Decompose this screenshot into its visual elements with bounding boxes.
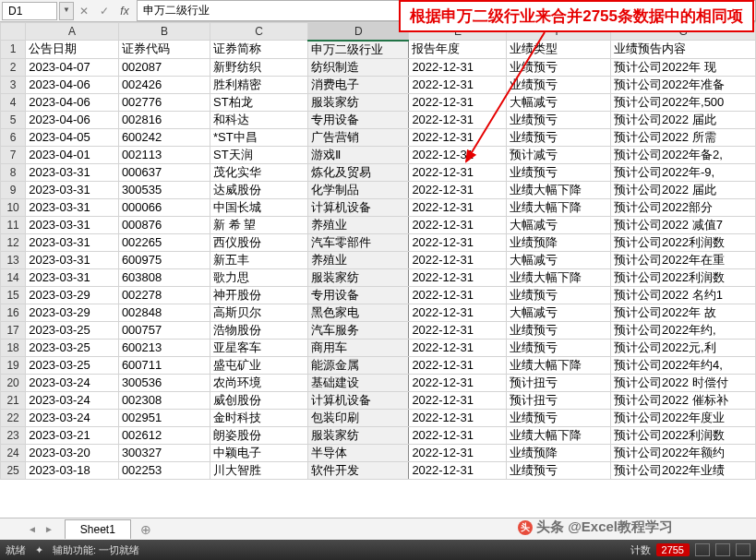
cell[interactable]: 半导体 xyxy=(308,444,409,461)
cell[interactable]: 002776 xyxy=(118,93,210,111)
row-header[interactable]: 8 xyxy=(1,163,26,181)
cell[interactable]: 000757 xyxy=(118,321,210,339)
cell[interactable]: 农尚环境 xyxy=(210,374,308,391)
cell[interactable]: 茂化实华 xyxy=(210,163,308,181)
cell[interactable]: 2022-12-31 xyxy=(409,391,507,409)
row-header[interactable]: 17 xyxy=(1,321,26,339)
cell[interactable]: 预计公司2022利润数 xyxy=(611,268,756,286)
cell[interactable]: 业绩预亏 xyxy=(507,409,611,426)
cell[interactable]: 2023-03-25 xyxy=(26,339,119,356)
cell[interactable]: 纺织制造 xyxy=(308,58,409,76)
sheet-tab[interactable]: Sheet1 xyxy=(65,519,131,539)
cell[interactable]: 预计公司2022 名约1 xyxy=(611,286,756,304)
cell[interactable]: 业绩预亏 xyxy=(507,128,611,146)
cell[interactable]: 2023-04-01 xyxy=(26,146,119,163)
row-header[interactable]: 4 xyxy=(1,93,26,111)
row-header[interactable]: 6 xyxy=(1,128,26,146)
cell[interactable]: 业绩预告内容 xyxy=(611,41,756,59)
cell[interactable]: 2023-03-31 xyxy=(26,163,119,181)
cell[interactable]: 2023-03-31 xyxy=(26,268,119,286)
cell[interactable]: 002113 xyxy=(118,146,210,163)
cell[interactable]: 金时科技 xyxy=(210,409,308,426)
tab-nav-prev-icon[interactable]: ◄ xyxy=(28,524,37,534)
fx-icon[interactable]: fx xyxy=(114,5,135,18)
cell[interactable]: 大幅减亏 xyxy=(507,251,611,268)
row-header[interactable]: 20 xyxy=(1,374,26,391)
cell[interactable]: 预计公司2022年额约 xyxy=(611,444,756,461)
view-normal-icon[interactable] xyxy=(695,543,710,556)
cell[interactable]: 包装印刷 xyxy=(308,409,409,426)
cell[interactable]: 002308 xyxy=(118,391,210,409)
cell[interactable]: 2022-12-31 xyxy=(409,356,507,374)
cell[interactable]: 汽车零部件 xyxy=(308,233,409,251)
cell[interactable]: 2023-03-24 xyxy=(26,374,119,391)
cell[interactable]: 300536 xyxy=(118,374,210,391)
cell[interactable]: 新五丰 xyxy=(210,251,308,268)
row-header[interactable]: 3 xyxy=(1,76,26,93)
cell[interactable]: *ST中昌 xyxy=(210,128,308,146)
cell[interactable]: 2022-12-31 xyxy=(409,251,507,268)
add-sheet-icon[interactable]: ⊕ xyxy=(140,522,151,537)
name-box[interactable]: D1 xyxy=(2,2,57,20)
cell[interactable]: 2022-12-31 xyxy=(409,233,507,251)
cell[interactable]: 能源金属 xyxy=(308,356,409,374)
cell[interactable]: 预计公司2022年约, xyxy=(611,321,756,339)
cell[interactable]: 2023-03-31 xyxy=(26,198,119,216)
cell[interactable]: 商用车 xyxy=(308,339,409,356)
cell[interactable]: 软件开发 xyxy=(308,461,409,479)
cell[interactable]: 服装家纺 xyxy=(308,268,409,286)
col-header-B[interactable]: B xyxy=(118,23,210,41)
cell[interactable]: 002426 xyxy=(118,76,210,93)
cell[interactable]: 新野纺织 xyxy=(210,58,308,76)
cell[interactable]: 2023-04-07 xyxy=(26,58,119,76)
cell[interactable]: 2022-12-31 xyxy=(409,426,507,444)
row-header[interactable]: 18 xyxy=(1,339,26,356)
cell[interactable]: 神开股份 xyxy=(210,286,308,304)
cell[interactable]: 2022-12-31 xyxy=(409,216,507,233)
cell[interactable]: 西仪股份 xyxy=(210,233,308,251)
cell[interactable]: 业绩预亏 xyxy=(507,321,611,339)
row-header[interactable]: 10 xyxy=(1,198,26,216)
cell[interactable]: 养殖业 xyxy=(308,251,409,268)
cell[interactable]: 2022-12-31 xyxy=(409,286,507,304)
cell[interactable]: 盛屯矿业 xyxy=(210,356,308,374)
row-header[interactable]: 9 xyxy=(1,181,26,198)
cell[interactable]: 预计公司2022 减值7 xyxy=(611,216,756,233)
cell[interactable]: 2023-04-06 xyxy=(26,111,119,128)
cell[interactable]: 朗姿股份 xyxy=(210,426,308,444)
row-header[interactable]: 21 xyxy=(1,391,26,409)
cell[interactable]: 2022-12-31 xyxy=(409,76,507,93)
cell[interactable]: 预计公司2022年业绩 xyxy=(611,461,756,479)
cell[interactable]: 业绩大幅下降 xyxy=(507,356,611,374)
cell[interactable]: 预计公司2022年约4, xyxy=(611,356,756,374)
cell[interactable]: 预计公司2022 所需 xyxy=(611,128,756,146)
cell[interactable]: 2022-12-31 xyxy=(409,444,507,461)
name-box-dropdown[interactable]: ▼ xyxy=(59,2,74,20)
cell[interactable]: 申万二级行业 xyxy=(308,41,409,59)
row-header[interactable]: 19 xyxy=(1,356,26,374)
view-pagebreak-icon[interactable] xyxy=(736,543,750,556)
cell[interactable]: 2023-04-06 xyxy=(26,76,119,93)
cell[interactable]: 大幅减亏 xyxy=(507,304,611,321)
cell[interactable]: 2023-03-29 xyxy=(26,304,119,321)
cell[interactable]: 预计扭亏 xyxy=(507,374,611,391)
cell[interactable]: 预计公司2022利润数 xyxy=(611,426,756,444)
row-header[interactable]: 7 xyxy=(1,146,26,163)
row-header[interactable]: 1 xyxy=(1,41,26,59)
cell[interactable]: 2023-03-31 xyxy=(26,251,119,268)
cell[interactable]: 2022-12-31 xyxy=(409,304,507,321)
cell[interactable]: 广告营销 xyxy=(308,128,409,146)
select-all-corner[interactable] xyxy=(1,23,26,41)
cell[interactable]: 2022-12-31 xyxy=(409,181,507,198)
cell[interactable]: 预计公司2022年备2, xyxy=(611,146,756,163)
cell[interactable]: 专用设备 xyxy=(308,286,409,304)
row-header[interactable]: 16 xyxy=(1,304,26,321)
tab-nav-next-icon[interactable]: ► xyxy=(44,524,54,534)
cell[interactable]: 2022-12-31 xyxy=(409,409,507,426)
cell[interactable]: 歌力思 xyxy=(210,268,308,286)
cell[interactable]: 预计公司2022年准备 xyxy=(611,76,756,93)
cell[interactable]: 2023-03-24 xyxy=(26,391,119,409)
row-header[interactable]: 22 xyxy=(1,409,26,426)
cell[interactable]: 002253 xyxy=(118,461,210,479)
row-header[interactable]: 14 xyxy=(1,268,26,286)
